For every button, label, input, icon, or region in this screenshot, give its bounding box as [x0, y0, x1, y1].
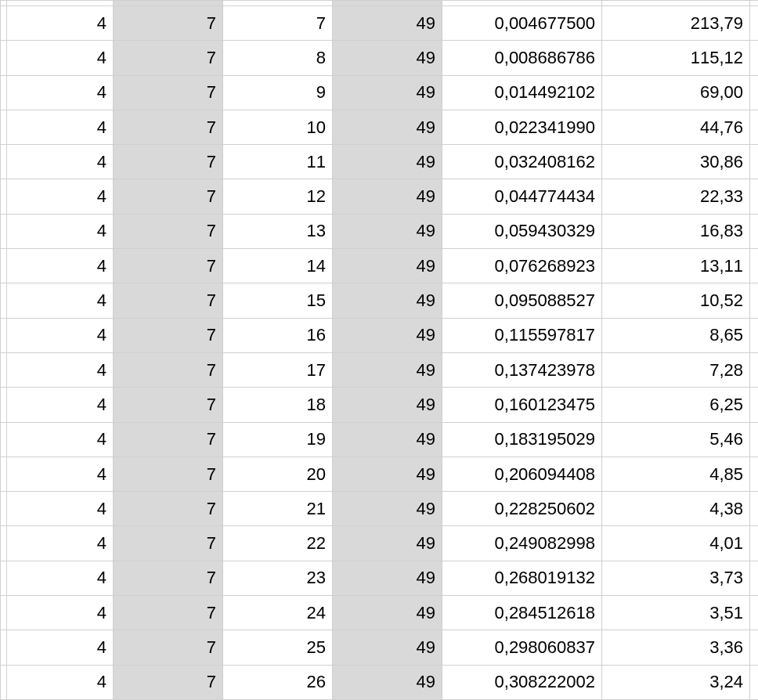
cell-col-c[interactable]: 19: [223, 423, 333, 457]
cell-col-e[interactable]: 0,160123475: [442, 388, 602, 422]
cell-col-a[interactable]: 4: [7, 492, 114, 526]
cell-col-e[interactable]: 0,004677500: [442, 6, 602, 41]
row-tail[interactable]: [750, 423, 758, 457]
cell-col-a[interactable]: 4: [7, 630, 114, 665]
cell-col-a[interactable]: 4: [7, 41, 114, 75]
row-tail[interactable]: [750, 630, 758, 665]
row-stub[interactable]: [0, 145, 7, 179]
cell-col-f[interactable]: 213,79: [602, 6, 750, 41]
cell-col-f[interactable]: 6,25: [602, 388, 750, 422]
cell-col-f[interactable]: 22,33: [602, 179, 750, 214]
row-tail[interactable]: [750, 492, 758, 526]
cell-col-c[interactable]: 14: [223, 249, 333, 283]
cell-col-c[interactable]: 10: [223, 110, 333, 145]
cell-partial[interactable]: [442, 0, 602, 6]
cell-col-d[interactable]: 49: [333, 76, 442, 110]
cell-col-c[interactable]: 12: [223, 179, 333, 214]
cell-col-a[interactable]: 4: [7, 388, 114, 422]
row-stub[interactable]: [0, 492, 7, 526]
row-tail[interactable]: [750, 666, 758, 700]
cell-col-b[interactable]: 7: [114, 110, 223, 145]
cell-col-c[interactable]: 21: [223, 492, 333, 526]
cell-partial[interactable]: [750, 0, 758, 6]
cell-col-f[interactable]: 10,52: [602, 283, 750, 318]
cell-col-c[interactable]: 8: [223, 41, 333, 75]
cell-col-d[interactable]: 49: [333, 596, 442, 630]
cell-col-e[interactable]: 0,076268923: [442, 249, 602, 283]
cell-col-f[interactable]: 44,76: [602, 110, 750, 145]
cell-col-b[interactable]: 7: [114, 283, 223, 318]
row-stub[interactable]: [0, 179, 7, 214]
row-tail[interactable]: [750, 249, 758, 283]
cell-col-d[interactable]: 49: [333, 423, 442, 457]
cell-col-a[interactable]: 4: [7, 423, 114, 457]
row-tail[interactable]: [750, 110, 758, 145]
cell-col-e[interactable]: 0,268019132: [442, 561, 602, 596]
cell-col-f[interactable]: 16,83: [602, 215, 750, 249]
cell-col-a[interactable]: 4: [7, 6, 114, 41]
row-tail[interactable]: [750, 145, 758, 179]
row-stub[interactable]: [0, 666, 7, 700]
cell-col-f[interactable]: 115,12: [602, 41, 750, 75]
cell-col-a[interactable]: 4: [7, 76, 114, 110]
cell-col-f[interactable]: 4,85: [602, 457, 750, 492]
cell-col-a[interactable]: 4: [7, 249, 114, 283]
row-stub[interactable]: [0, 215, 7, 249]
cell-col-b[interactable]: 7: [114, 353, 223, 388]
cell-col-a[interactable]: 4: [7, 145, 114, 179]
cell-col-a[interactable]: 4: [7, 561, 114, 596]
cell-col-c[interactable]: 7: [223, 6, 333, 41]
cell-col-d[interactable]: 49: [333, 388, 442, 422]
cell-col-a[interactable]: 4: [7, 215, 114, 249]
cell-col-a[interactable]: 4: [7, 666, 114, 700]
row-tail[interactable]: [750, 561, 758, 596]
cell-col-c[interactable]: 13: [223, 215, 333, 249]
cell-col-e[interactable]: 0,183195029: [442, 423, 602, 457]
cell-partial[interactable]: [602, 0, 750, 6]
row-stub[interactable]: [0, 6, 7, 41]
cell-col-c[interactable]: 26: [223, 666, 333, 700]
cell-col-e[interactable]: 0,008686786: [442, 41, 602, 75]
cell-col-c[interactable]: 9: [223, 76, 333, 110]
row-tail[interactable]: [750, 353, 758, 388]
cell-col-b[interactable]: 7: [114, 423, 223, 457]
cell-col-b[interactable]: 7: [114, 492, 223, 526]
cell-col-b[interactable]: 7: [114, 76, 223, 110]
cell-col-f[interactable]: 3,24: [602, 666, 750, 700]
cell-col-c[interactable]: 15: [223, 283, 333, 318]
cell-col-d[interactable]: 49: [333, 110, 442, 145]
cell-col-a[interactable]: 4: [7, 283, 114, 318]
row-tail[interactable]: [750, 179, 758, 214]
cell-col-b[interactable]: 7: [114, 145, 223, 179]
cell-col-e[interactable]: 0,095088527: [442, 283, 602, 318]
cell-partial[interactable]: [333, 0, 442, 6]
cell-col-b[interactable]: 7: [114, 596, 223, 630]
row-stub[interactable]: [0, 561, 7, 596]
cell-col-e[interactable]: 0,014492102: [442, 76, 602, 110]
row-tail[interactable]: [750, 41, 758, 75]
cell-col-c[interactable]: 11: [223, 145, 333, 179]
cell-col-e[interactable]: 0,137423978: [442, 353, 602, 388]
cell-col-f[interactable]: 4,38: [602, 492, 750, 526]
cell-col-b[interactable]: 7: [114, 526, 223, 561]
cell-col-a[interactable]: 4: [7, 110, 114, 145]
cell-col-f[interactable]: 5,46: [602, 423, 750, 457]
cell-col-d[interactable]: 49: [333, 215, 442, 249]
row-stub[interactable]: [0, 388, 7, 422]
cell-col-e[interactable]: 0,115597817: [442, 319, 602, 353]
cell-col-b[interactable]: 7: [114, 249, 223, 283]
cell-col-a[interactable]: 4: [7, 526, 114, 561]
row-tail[interactable]: [750, 319, 758, 353]
cell-col-e[interactable]: 0,059430329: [442, 215, 602, 249]
cell-col-d[interactable]: 49: [333, 179, 442, 214]
row-tail[interactable]: [750, 526, 758, 561]
cell-col-f[interactable]: 30,86: [602, 145, 750, 179]
cell-col-d[interactable]: 49: [333, 630, 442, 665]
cell-col-e[interactable]: 0,298060837: [442, 630, 602, 665]
cell-col-b[interactable]: 7: [114, 457, 223, 492]
cell-partial[interactable]: [0, 0, 7, 6]
row-tail[interactable]: [750, 6, 758, 41]
cell-col-d[interactable]: 49: [333, 41, 442, 75]
cell-col-b[interactable]: 7: [114, 630, 223, 665]
cell-partial[interactable]: [7, 0, 114, 6]
